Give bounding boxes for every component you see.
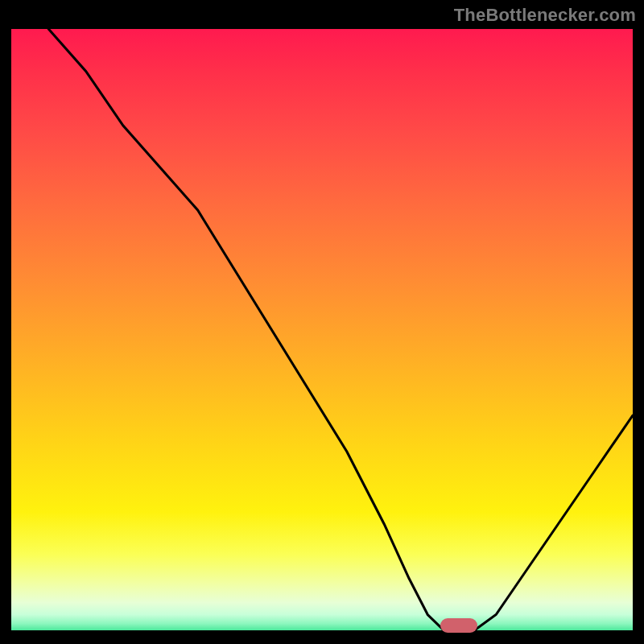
x-axis-baseline	[11, 630, 633, 633]
bottleneck-curve	[11, 29, 633, 633]
optimal-point-marker	[440, 618, 477, 633]
chart-frame: TheBottlenecker.com	[0, 0, 644, 644]
plot-area	[11, 29, 633, 633]
watermark-text: TheBottlenecker.com	[454, 5, 636, 26]
